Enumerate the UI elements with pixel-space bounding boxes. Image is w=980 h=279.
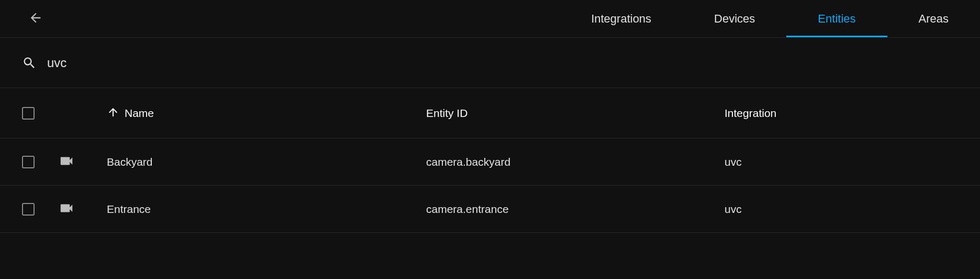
table-header-row: Name Entity ID Integration — [0, 88, 980, 138]
table-row[interactable]: Backyard camera.backyard uvc — [0, 138, 980, 186]
column-header-entity-id[interactable]: Entity ID — [426, 107, 725, 120]
camera-icon — [59, 153, 74, 171]
column-name-label: Name — [125, 107, 154, 120]
nav-tabs: Integrations Devices Entities Areas — [560, 0, 980, 37]
row-name: Entrance — [107, 203, 151, 216]
table-row[interactable]: Entrance camera.entrance uvc — [0, 186, 980, 233]
tab-devices[interactable]: Devices — [683, 0, 786, 37]
row-name: Backyard — [107, 156, 153, 168]
column-header-integration[interactable]: Integration — [725, 107, 829, 120]
tab-label: Areas — [919, 12, 949, 26]
row-checkbox[interactable] — [22, 203, 35, 216]
back-button[interactable] — [23, 6, 48, 31]
column-header-name[interactable]: Name — [107, 106, 426, 121]
select-all-checkbox[interactable] — [22, 107, 35, 120]
camera-icon — [59, 200, 74, 218]
row-entity-id: camera.backyard — [426, 156, 510, 168]
search-row — [0, 38, 980, 88]
tab-label: Entities — [818, 12, 855, 26]
app-header: Integrations Devices Entities Areas — [0, 0, 980, 38]
row-entity-id: camera.entrance — [426, 203, 509, 216]
sort-asc-icon — [107, 106, 119, 121]
tab-label: Devices — [714, 12, 755, 26]
arrow-left-icon — [28, 10, 43, 27]
row-checkbox[interactable] — [22, 156, 35, 168]
row-integration: uvc — [725, 156, 742, 168]
row-integration: uvc — [725, 203, 742, 216]
tab-integrations[interactable]: Integrations — [560, 0, 683, 37]
column-entity-id-label: Entity ID — [426, 107, 467, 120]
search-icon — [21, 55, 38, 71]
tab-areas[interactable]: Areas — [887, 0, 980, 37]
tab-label: Integrations — [591, 12, 651, 26]
column-integration-label: Integration — [725, 107, 776, 120]
search-input[interactable] — [47, 56, 361, 70]
tab-entities[interactable]: Entities — [786, 0, 887, 37]
